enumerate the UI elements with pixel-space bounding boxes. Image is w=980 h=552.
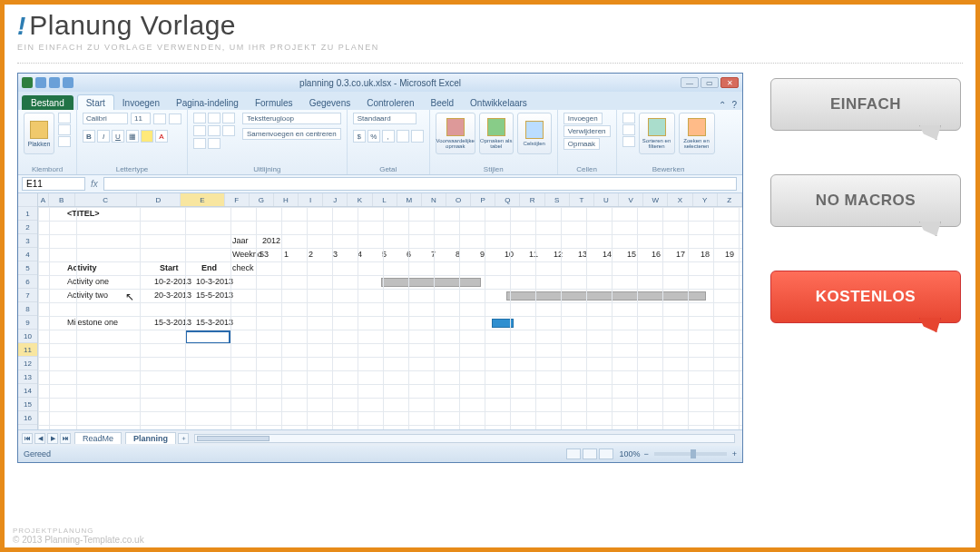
einfach-button[interactable]: EINFACH [770, 78, 961, 131]
fx-icon[interactable]: fx [91, 179, 98, 189]
undo-icon[interactable] [49, 77, 60, 88]
format-cells-button[interactable]: Opmaak [564, 138, 600, 150]
column-header[interactable]: U [594, 193, 619, 206]
kostenlos-button[interactable]: KOSTENLOS [770, 271, 961, 323]
view-normal-icon[interactable] [566, 448, 581, 459]
indent-increase-icon[interactable] [208, 138, 220, 149]
row-header[interactable]: 7 [18, 289, 37, 302]
tab-beeld[interactable]: Beeld [422, 95, 462, 110]
row-header[interactable]: 6 [18, 275, 37, 289]
row-headers[interactable]: 123456789101112131415161718192021222324 [18, 193, 38, 429]
decrease-decimal-icon[interactable] [411, 130, 424, 143]
cells-area[interactable]: <TITEL> Jaar 2012 Weekno check Activity … [38, 207, 742, 429]
align-center-icon[interactable] [208, 125, 220, 136]
indent-decrease-icon[interactable] [193, 138, 206, 149]
underline-button[interactable]: U [112, 130, 124, 143]
font-size-select[interactable]: 11 [131, 113, 151, 124]
bold-button[interactable]: B [83, 130, 95, 143]
column-header[interactable]: W [643, 193, 668, 206]
tab-invoegen[interactable]: Invoegen [114, 95, 168, 110]
selected-cell[interactable] [185, 330, 230, 344]
column-header[interactable]: F [225, 193, 250, 206]
wrap-text-button[interactable]: Tekstterugloop [242, 113, 341, 124]
tab-pagina[interactable]: Pagina-indeling [168, 95, 247, 110]
row-header[interactable]: 9 [18, 316, 37, 330]
column-header[interactable]: Y [693, 193, 718, 206]
format-as-table-button[interactable]: Opmaken als tabel [479, 113, 514, 154]
tab-start[interactable]: Start [77, 94, 114, 110]
align-bottom-icon[interactable] [222, 113, 235, 123]
clear-icon[interactable] [622, 136, 635, 147]
column-header[interactable]: M [397, 193, 422, 206]
row-header[interactable]: 1 [18, 207, 37, 221]
sheet-nav-prev[interactable]: ◀ [34, 433, 45, 444]
autosum-icon[interactable] [622, 113, 635, 123]
merge-center-button[interactable]: Samenvoegen en centreren [242, 128, 341, 140]
currency-icon[interactable]: $ [353, 130, 366, 143]
sheet-nav-last[interactable]: ⏭ [60, 433, 71, 444]
column-header[interactable]: X [668, 193, 692, 206]
row-header[interactable]: 2 [18, 221, 37, 234]
column-headers[interactable]: ABCDEFGHIJKLMNOPQRSTUVWXYZ [38, 193, 742, 207]
fill-color-button[interactable] [141, 130, 153, 143]
cut-icon[interactable] [58, 113, 71, 123]
italic-button[interactable]: I [97, 130, 110, 143]
column-header[interactable]: C [75, 193, 137, 206]
row-header[interactable]: 16 [18, 411, 37, 425]
paste-button[interactable]: Plakken [24, 113, 54, 154]
increase-decimal-icon[interactable] [397, 130, 409, 143]
find-select-button[interactable]: Zoeken en selecteren [679, 113, 715, 154]
column-header[interactable]: Q [495, 193, 520, 206]
zoom-slider-thumb[interactable] [691, 449, 696, 458]
row-header[interactable]: 14 [18, 384, 37, 398]
column-header[interactable]: O [446, 193, 471, 206]
row-header[interactable]: 12 [18, 357, 37, 370]
row-header[interactable]: 15 [18, 398, 37, 411]
zoom-out-button[interactable]: − [643, 449, 648, 458]
font-color-button[interactable]: A [155, 130, 168, 143]
sort-filter-button[interactable]: Sorteren en filteren [639, 113, 675, 154]
copy-icon[interactable] [58, 124, 71, 135]
sheet-tab-planning[interactable]: Planning [125, 432, 176, 444]
column-header[interactable]: K [348, 193, 372, 206]
column-header[interactable]: J [323, 193, 348, 206]
help-icon[interactable]: ? [731, 100, 737, 110]
percent-icon[interactable]: % [368, 130, 380, 143]
column-header[interactable]: G [250, 193, 274, 206]
format-painter-icon[interactable] [58, 136, 71, 147]
delete-cells-button[interactable]: Verwijderen [564, 125, 611, 137]
column-header[interactable]: A [38, 193, 49, 206]
column-header[interactable]: T [570, 193, 594, 206]
grid-main[interactable]: ABCDEFGHIJKLMNOPQRSTUVWXYZ <TITEL> Jaar … [38, 193, 742, 429]
align-right-icon[interactable] [222, 125, 235, 136]
view-layout-icon[interactable] [583, 448, 597, 459]
row-header[interactable]: 5 [18, 261, 37, 275]
font-name-select[interactable]: Calibri [83, 113, 128, 124]
column-header[interactable]: H [274, 193, 299, 206]
column-header[interactable]: B [49, 193, 75, 206]
minimize-ribbon-icon[interactable]: ⌃ [719, 100, 726, 110]
row-header[interactable]: 4 [18, 248, 37, 261]
column-header[interactable]: I [299, 193, 323, 206]
sheet-nav-next[interactable]: ▶ [47, 433, 58, 444]
grow-font-icon[interactable] [153, 113, 166, 124]
align-middle-icon[interactable] [208, 113, 220, 123]
border-button[interactable]: ▦ [126, 130, 139, 143]
tab-formules[interactable]: Formules [247, 95, 301, 110]
column-header[interactable]: L [373, 193, 397, 206]
fill-icon[interactable] [622, 124, 635, 135]
tab-ontwikkelaars[interactable]: Ontwikkelaars [462, 95, 535, 110]
row-header[interactable]: 10 [18, 330, 37, 343]
row-header[interactable]: 3 [18, 234, 37, 248]
horizontal-scrollbar[interactable] [194, 434, 735, 443]
column-header[interactable]: N [422, 193, 446, 206]
comma-icon[interactable]: , [382, 130, 395, 143]
row-header[interactable]: 13 [18, 370, 37, 384]
sheet-tab-readme[interactable]: ReadMe [74, 432, 122, 444]
sheet-nav-first[interactable]: ⏮ [22, 433, 33, 444]
redo-icon[interactable] [63, 77, 74, 88]
column-header[interactable]: V [619, 193, 643, 206]
close-button[interactable]: ✕ [720, 77, 739, 88]
zoom-slider[interactable] [654, 452, 727, 456]
cell-styles-button[interactable]: Celstijlen [517, 113, 552, 154]
